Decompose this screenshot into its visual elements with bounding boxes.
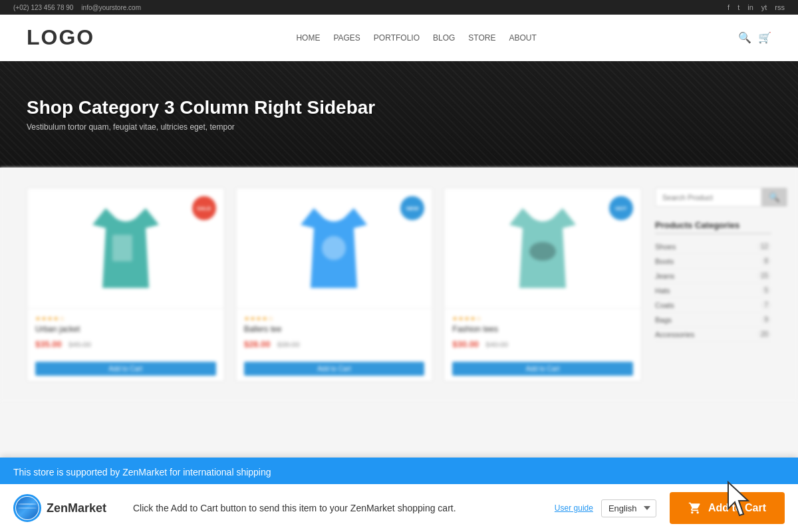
product-name-2: Fashion tees	[452, 325, 633, 334]
sidebar-item-accessories[interactable]: Accessories 20	[655, 327, 771, 342]
sidebar-item-boots[interactable]: Boots 8	[655, 254, 771, 269]
tshirt-svg-1	[294, 201, 374, 295]
product-old-price-1: $38.00	[277, 340, 300, 348]
social-icon-facebook[interactable]: f	[728, 3, 730, 11]
product-info-0: ★★★★☆ Urban jacket $35.00 $45.00	[27, 308, 224, 356]
category-label-coats: Coats	[655, 301, 674, 309]
add-to-cart-1[interactable]: Add to Cart	[244, 362, 425, 376]
product-info-2: ★★★★☆ Fashion tees $30.00 $40.00	[444, 308, 641, 356]
nav-home[interactable]: HOME	[296, 33, 320, 43]
phone-number: (+02) 123 456 78 90	[13, 4, 73, 11]
category-label-bags: Bags	[655, 316, 672, 324]
category-count-boots: 8	[761, 257, 771, 265]
social-icon-instagram[interactable]: in	[747, 3, 753, 11]
zenmarket-header-text: This store is supported by ZenMarket for…	[13, 467, 271, 477]
zenmarket-body: ZenMarket Click the Add to Cart button t…	[0, 484, 798, 532]
zenmarket-bar: This store is supported by ZenMarket for…	[0, 458, 798, 532]
nav-pages[interactable]: PAGES	[333, 33, 360, 43]
sidebar: 🔍 Products Categories Shoes 12 Boots 8 J…	[655, 188, 771, 382]
search-button[interactable]: 🔍	[761, 188, 787, 207]
category-label-shoes: Shoes	[655, 243, 676, 251]
product-actions-2: Add to Cart	[444, 356, 641, 381]
social-icon-rss[interactable]: rss	[775, 3, 785, 11]
sidebar-search: 🔍	[655, 188, 771, 207]
category-count-jeans: 15	[757, 271, 771, 280]
product-badge-0: SALE	[192, 196, 216, 220]
sidebar-categories: Products Categories Shoes 12 Boots 8 Jea…	[655, 220, 771, 342]
svg-point-2	[529, 242, 556, 261]
email-address: info@yourstore.com	[81, 4, 141, 11]
product-actions-1: Add to Cart	[236, 356, 433, 381]
search-icon[interactable]: 🔍	[738, 31, 751, 44]
products-grid: SALE ★★★★☆ Urban jacket $35.00 $45.00	[27, 188, 642, 382]
language-select[interactable]: English 日本語 中文 한국어	[601, 499, 656, 517]
category-count-coats: 7	[761, 301, 771, 309]
main-nav: HOME PAGES PORTFOLIO BLOG STORE ABOUT	[296, 33, 536, 43]
tshirt-svg-0	[86, 201, 166, 295]
category-label-hats: Hats	[655, 287, 670, 295]
cart-icon-svg	[688, 501, 702, 515]
cart-icon[interactable]: 🛒	[758, 31, 771, 44]
nav-blog[interactable]: BLOG	[433, 33, 455, 43]
svg-point-1	[322, 236, 346, 260]
product-badge-2: HOT	[609, 196, 633, 220]
svg-rect-0	[112, 235, 132, 261]
product-actions-0: Add to Cart	[27, 356, 224, 381]
tshirt-svg-2	[503, 201, 583, 295]
header-icons: 🔍 🛒	[738, 31, 771, 44]
product-card-2: HOT ★★★★☆ Fashion tees $30.00 $40.00	[444, 188, 642, 382]
category-count-accessories: 20	[757, 330, 771, 338]
sidebar-item-shoes[interactable]: Shoes 12	[655, 239, 771, 254]
product-price-1: $28.00	[244, 339, 271, 349]
categories-title: Products Categories	[655, 220, 771, 234]
category-count-hats: 5	[761, 286, 771, 295]
sidebar-item-bags[interactable]: Bags 9	[655, 313, 771, 327]
top-bar-right: f t in yt rss	[728, 3, 785, 11]
hero-subtitle: Vestibulum tortor quam, feugiat vitae, u…	[27, 122, 771, 132]
product-card: SALE ★★★★☆ Urban jacket $35.00 $45.00	[27, 188, 225, 382]
product-old-price-2: $40.00	[486, 340, 509, 348]
category-label-boots: Boots	[655, 257, 674, 265]
add-to-cart-0[interactable]: Add to Cart	[35, 362, 216, 376]
add-to-cart-label: Add to Cart	[708, 502, 766, 514]
product-rating-0: ★★★★☆	[35, 315, 216, 322]
product-name-1: Ballers tee	[244, 325, 425, 334]
sidebar-item-hats[interactable]: Hats 5	[655, 283, 771, 298]
product-info-1: ★★★★☆ Ballers tee $28.00 $38.00	[236, 308, 433, 356]
product-name-0: Urban jacket	[35, 325, 216, 334]
product-card-1: NEW ★★★★☆ Ballers tee $28.00 $38.00	[235, 188, 434, 382]
product-price-0: $35.00	[35, 339, 62, 349]
product-rating-2: ★★★★☆	[452, 315, 633, 322]
hero-title: Shop Category 3 Column Right Sidebar	[27, 97, 771, 118]
logo: LOGO	[27, 25, 94, 50]
zenmarket-name: ZenMarket	[47, 501, 106, 515]
nav-store[interactable]: STORE	[468, 33, 495, 43]
category-label-jeans: Jeans	[655, 272, 674, 280]
zenmarket-circle-logo	[13, 494, 41, 522]
category-count-bags: 9	[761, 315, 771, 324]
nav-portfolio[interactable]: PORTFOLIO	[374, 33, 420, 43]
product-price-2: $30.00	[452, 339, 479, 349]
social-icon-twitter[interactable]: t	[737, 3, 739, 11]
zenmarket-logo: ZenMarket	[13, 494, 120, 522]
add-to-cart-2[interactable]: Add to Cart	[452, 362, 633, 376]
sidebar-item-jeans[interactable]: Jeans 15	[655, 269, 771, 283]
sidebar-item-coats[interactable]: Coats 7	[655, 298, 771, 313]
user-guide-link[interactable]: User guide	[555, 503, 593, 513]
search-input[interactable]	[655, 188, 761, 207]
category-label-accessories: Accessories	[655, 331, 694, 338]
hero-banner: Shop Category 3 Column Right Sidebar Ves…	[0, 61, 798, 168]
nav-about[interactable]: ABOUT	[509, 33, 536, 43]
zenmarket-globe-icon	[16, 497, 39, 519]
products-area: SALE ★★★★☆ Urban jacket $35.00 $45.00	[27, 188, 642, 382]
main-content: SALE ★★★★☆ Urban jacket $35.00 $45.00	[0, 168, 798, 402]
add-to-cart-button[interactable]: Add to Cart	[670, 492, 785, 524]
product-old-price-0: $45.00	[68, 340, 91, 348]
social-icon-youtube[interactable]: yt	[761, 3, 767, 11]
product-rating-1: ★★★★☆	[244, 315, 425, 322]
top-bar: (+02) 123 456 78 90 info@yourstore.com f…	[0, 0, 798, 15]
category-count-shoes: 12	[757, 242, 771, 251]
zenmarket-message: Click the Add to Cart button to send thi…	[133, 503, 541, 513]
zenmarket-links: User guide English 日本語 中文 한국어	[555, 499, 656, 517]
zenmarket-message-text: Click the Add to Cart button to send thi…	[133, 503, 456, 513]
